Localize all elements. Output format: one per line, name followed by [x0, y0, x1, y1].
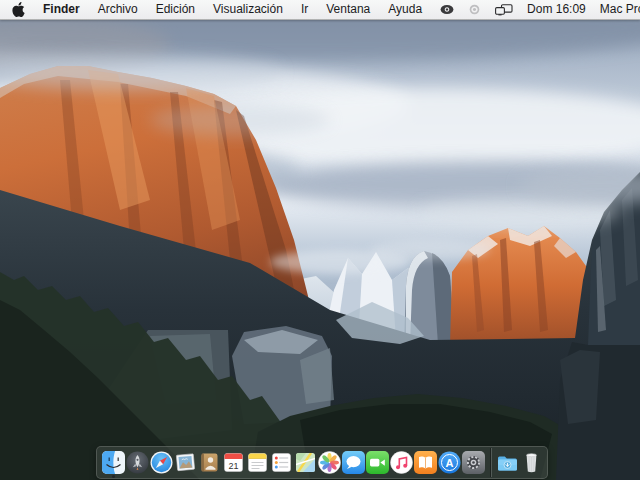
menu-bar-left: Finder Archivo Edición Visualización Ir … — [0, 0, 431, 19]
dock-item-photos[interactable] — [318, 451, 341, 474]
menu-visualizacion[interactable]: Visualización — [204, 0, 292, 19]
dock-item-downloads[interactable] — [496, 451, 519, 474]
system-preferences-icon — [462, 451, 485, 474]
dock-item-trash[interactable] — [520, 451, 543, 474]
menu-ventana[interactable]: Ventana — [317, 0, 379, 19]
dock-item-itunes[interactable] — [390, 451, 413, 474]
finder-icon — [102, 451, 125, 474]
dock-item-system-preferences[interactable] — [462, 451, 485, 474]
svg-text:21: 21 — [228, 461, 238, 471]
apple-icon — [12, 2, 25, 17]
svg-text:A: A — [446, 457, 454, 469]
trash-icon — [520, 451, 543, 474]
menu-archivo[interactable]: Archivo — [89, 0, 147, 19]
dock-item-reminders[interactable] — [270, 451, 293, 474]
dock-item-finder[interactable] — [102, 451, 125, 474]
dock: 21 — [96, 446, 548, 479]
dock-item-mail[interactable] — [174, 451, 197, 474]
dock-item-launchpad[interactable] — [126, 451, 149, 474]
dock-item-facetime[interactable] — [366, 451, 389, 474]
menu-finder[interactable]: Finder — [34, 0, 89, 19]
menu-bar: Finder Archivo Edición Visualización Ir … — [0, 0, 640, 20]
reminders-icon — [270, 451, 293, 474]
launchpad-icon — [126, 451, 149, 474]
dock-item-calendar[interactable]: 21 — [222, 451, 245, 474]
dock-item-safari[interactable] — [150, 451, 173, 474]
mail-stamp-icon — [174, 451, 197, 474]
dock-item-messages[interactable] — [342, 451, 365, 474]
facetime-icon — [366, 451, 389, 474]
desktop-wallpaper[interactable] — [0, 0, 640, 480]
dock-item-contacts[interactable] — [198, 451, 221, 474]
displays-menu[interactable] — [488, 0, 520, 19]
ibooks-icon — [414, 451, 437, 474]
nvidia-gpu-icon — [438, 4, 454, 15]
nvidia-gpu-menu[interactable] — [431, 0, 461, 19]
dock-item-maps[interactable] — [294, 451, 317, 474]
downloads-folder-icon — [496, 451, 519, 474]
safari-icon — [150, 451, 173, 474]
itunes-icon — [390, 451, 413, 474]
nvidia-gpu-dim-menu[interactable] — [461, 0, 488, 19]
el-capitan-wallpaper-art — [0, 0, 640, 480]
messages-icon — [342, 451, 365, 474]
menu-ir[interactable]: Ir — [292, 0, 317, 19]
displays-icon — [495, 4, 513, 16]
clock-menu[interactable]: Dom 16:09 — [520, 0, 593, 19]
menu-ayuda[interactable]: Ayuda — [379, 0, 431, 19]
dock-separator — [490, 448, 491, 477]
dock-item-app-store[interactable]: A — [438, 451, 461, 474]
contacts-icon — [198, 451, 221, 474]
app-store-icon: A — [438, 451, 461, 474]
dock-item-ibooks[interactable] — [414, 451, 437, 474]
menu-edicion[interactable]: Edición — [147, 0, 204, 19]
photos-pinwheel-icon — [318, 451, 341, 474]
dock-item-notes[interactable] — [246, 451, 269, 474]
nvidia-gpu-dim-icon — [468, 4, 481, 15]
calendar-icon: 21 — [222, 451, 245, 474]
notes-icon — [246, 451, 269, 474]
user-session-menu[interactable]: Mac Pro — [593, 0, 640, 19]
apple-menu[interactable] — [0, 0, 34, 19]
maps-icon — [294, 451, 317, 474]
menu-bar-status: Dom 16:09 Mac Pro — [431, 0, 640, 19]
